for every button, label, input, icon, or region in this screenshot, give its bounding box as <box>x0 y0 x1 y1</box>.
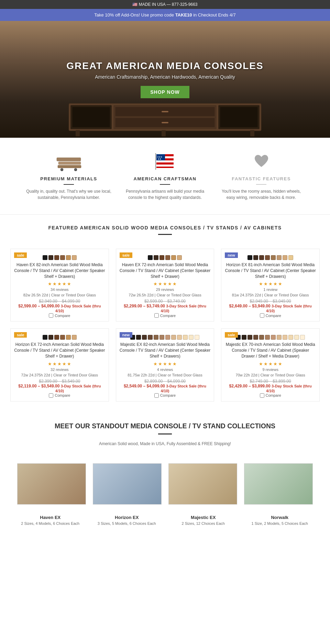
shop-now-button[interactable]: SHOP NOW <box>141 86 189 98</box>
svg-rect-6 <box>162 111 168 112</box>
swatch-1-2[interactable] <box>160 255 164 260</box>
product-reviews-3[interactable]: 32 reviews <box>14 368 105 372</box>
compare-row-5[interactable]: Compare <box>225 393 316 398</box>
star-icon: ★ <box>53 361 57 366</box>
collection-item-3[interactable]: Norwalk1 Size, 2 Models, 5 Choices Each <box>243 515 317 526</box>
swatch-3-5[interactable] <box>72 335 77 340</box>
swatch-4-9[interactable] <box>183 335 188 340</box>
product-reviews-0[interactable]: 34 reviews <box>14 287 105 292</box>
collections-section: MEET OUR STANDOUT MEDIA CONSOLE / TV STA… <box>0 412 330 456</box>
swatch-4-1[interactable] <box>136 335 141 340</box>
svg-rect-13 <box>57 158 81 161</box>
swatch-5-5[interactable] <box>265 335 270 340</box>
promo-text-after: in Checkout <box>192 12 218 18</box>
swatch-4-7[interactable] <box>171 335 176 340</box>
swatch-3-2[interactable] <box>54 335 59 340</box>
feature-american-craftsman: ★★★ ★★ AMERICAN CRAFTSMAN Pennsylvania a… <box>122 151 208 201</box>
star-icon: ★ <box>48 281 52 286</box>
swatch-5-8[interactable] <box>283 335 287 340</box>
compare-row-2[interactable]: Compare <box>225 313 316 318</box>
swatch-0-5[interactable] <box>72 255 77 260</box>
swatch-4-8[interactable] <box>177 335 182 340</box>
collection-item-1[interactable]: Horizon EX3 Sizes, 5 Models, 6 Choices E… <box>90 515 164 526</box>
swatch-1-4[interactable] <box>171 255 176 260</box>
compare-label-0: Compare <box>55 314 70 318</box>
swatch-1-3[interactable] <box>165 255 170 260</box>
swatch-5-10[interactable] <box>294 335 299 340</box>
product-price-sale-4: $2,549.00 – $4,099.00 3-Day Stock Sale (… <box>120 384 211 393</box>
compare-checkbox-5[interactable] <box>260 393 264 398</box>
collection-item-0[interactable]: Haven EX2 Sizes, 4 Models, 6 Choices Eac… <box>14 515 87 526</box>
swatch-5-1[interactable] <box>242 335 246 340</box>
product-reviews-1[interactable]: 29 reviews <box>120 287 211 292</box>
collections-title: MEET OUR STANDOUT MEDIA CONSOLE / TV STA… <box>7 422 323 430</box>
product-title-0[interactable]: Haven EX 82-inch American Solid Wood Med… <box>14 262 105 279</box>
swatch-1-0[interactable] <box>148 255 153 260</box>
star-icon: ★ <box>62 281 66 286</box>
swatch-2-7[interactable] <box>288 255 293 260</box>
product-title-3[interactable]: Horizon EX 72-inch American Solid Wood M… <box>14 342 105 359</box>
swatch-5-11[interactable] <box>300 335 305 340</box>
swatch-2-6[interactable] <box>283 255 287 260</box>
swatch-2-4[interactable] <box>271 255 276 260</box>
compare-checkbox-3[interactable] <box>49 393 53 398</box>
swatch-0-4[interactable] <box>66 255 71 260</box>
feature-title-features: FANTASTIC FEATURES <box>218 176 305 181</box>
swatch-5-2[interactable] <box>248 335 252 340</box>
swatch-5-7[interactable] <box>277 335 282 340</box>
swatch-4-10[interactable] <box>189 335 194 340</box>
swatch-2-0[interactable] <box>248 255 252 260</box>
swatch-4-2[interactable] <box>142 335 147 340</box>
swatch-4-6[interactable] <box>165 335 170 340</box>
swatch-0-3[interactable] <box>60 255 65 260</box>
collection-item-2[interactable]: Majestic EX2 Sizes, 12 Choices Each <box>167 515 240 526</box>
collection-name-0: Haven EX <box>14 515 87 520</box>
swatch-2-2[interactable] <box>259 255 264 260</box>
swatch-0-1[interactable] <box>48 255 53 260</box>
product-reviews-2[interactable]: 1 review <box>225 287 316 292</box>
compare-row-3[interactable]: Compare <box>14 393 105 398</box>
swatch-4-11[interactable] <box>195 335 199 340</box>
promo-ends: Ends 4/7 <box>218 12 235 18</box>
product-title-2[interactable]: Horizon EX 81-inch American Solid Wood M… <box>225 262 316 279</box>
compare-checkbox-0[interactable] <box>49 313 53 318</box>
feature-premium-materials: PREMIUM MATERIALS Quality in, quality ou… <box>25 151 112 201</box>
swatch-1-1[interactable] <box>154 255 158 260</box>
swatch-3-1[interactable] <box>48 335 53 340</box>
product-stars-2: ★★★★★ <box>225 281 316 286</box>
swatch-4-5[interactable] <box>160 335 164 340</box>
compare-row-4[interactable]: Compare <box>120 393 211 398</box>
svg-rect-14 <box>58 162 81 165</box>
compare-checkbox-2[interactable] <box>260 313 264 318</box>
compare-checkbox-1[interactable] <box>154 313 159 318</box>
star-icon: ★ <box>158 361 162 366</box>
star-icon: ★ <box>62 361 66 366</box>
swatch-3-3[interactable] <box>60 335 65 340</box>
compare-row-1[interactable]: Compare <box>120 313 211 318</box>
product-title-1[interactable]: Haven EX 72-inch American Solid Wood Med… <box>120 262 211 279</box>
product-reviews-4[interactable]: 4 reviews <box>120 368 211 372</box>
swatch-5-3[interactable] <box>253 335 258 340</box>
swatch-2-1[interactable] <box>253 255 258 260</box>
product-badge-0: sale <box>14 252 27 258</box>
swatch-3-4[interactable] <box>66 335 71 340</box>
swatch-2-5[interactable] <box>277 255 282 260</box>
product-title-4[interactable]: Majestic EX 82-inch American Solid Wood … <box>120 342 211 359</box>
swatch-1-5[interactable] <box>177 255 182 260</box>
product-reviews-5[interactable]: 9 reviews <box>225 368 316 372</box>
swatch-3-0[interactable] <box>43 335 47 340</box>
swatch-0-2[interactable] <box>54 255 59 260</box>
swatch-2-3[interactable] <box>265 255 270 260</box>
product-title-5[interactable]: Majestic EX 70-inch American Solid Wood … <box>225 342 316 359</box>
compare-checkbox-4[interactable] <box>154 393 159 398</box>
swatch-0-0[interactable] <box>43 255 47 260</box>
compare-row-0[interactable]: Compare <box>14 313 105 318</box>
swatch-5-9[interactable] <box>288 335 293 340</box>
product-price-original-5: $2,749.00 – $3,899.00 <box>225 379 316 384</box>
swatch-5-6[interactable] <box>271 335 276 340</box>
product-price-sale-5: $2,429.00 – $3,899.00 3-Day Stock Sale (… <box>225 384 316 393</box>
swatch-5-4[interactable] <box>259 335 264 340</box>
swatch-4-4[interactable] <box>154 335 158 340</box>
svg-rect-24 <box>156 167 174 168</box>
swatch-4-3[interactable] <box>148 335 153 340</box>
